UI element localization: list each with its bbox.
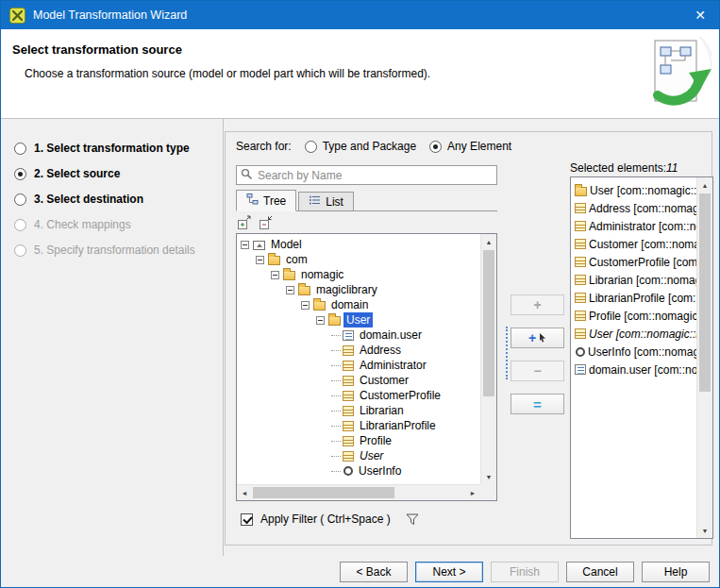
expand-all-icon[interactable] [237,215,252,233]
folder-icon [313,301,326,311]
tree-item-customer[interactable]: Customer [237,373,480,388]
tree-view-icon [246,193,259,208]
collapse-all-icon[interactable] [259,215,274,233]
selected-elements-label: Selected elements:11 [570,161,678,175]
radio-disabled-icon [14,244,26,257]
radio-icon[interactable] [305,141,317,153]
option-any-element[interactable]: Any Element [429,140,511,153]
tree-twig [331,365,341,366]
apply-filter-checkbox[interactable] [241,513,253,526]
main-panel: Search for: Type and Package Any Element… [225,131,712,546]
diagram-icon [343,330,354,341]
scrollbar-thumb[interactable] [483,250,494,396]
class-icon [575,221,586,231]
selected-item-customer[interactable]: Customer [com::noma [571,235,696,253]
scrollbar-thumb[interactable] [699,193,711,392]
help-button[interactable]: Help [642,562,710,582]
selected-item-user[interactable]: User [com::nomagic::m [571,181,696,199]
step-select-destination[interactable]: 3. Select destination [14,191,223,208]
back-button[interactable]: < Back [340,562,408,582]
tree-item-administrator[interactable]: Administrator [237,358,480,373]
radio-icon[interactable] [14,143,26,155]
interface-icon [343,466,353,476]
selected-item-librarianprofile[interactable]: LibrarianProfile [com::n [571,289,696,307]
tab-tree[interactable]: Tree [236,190,296,211]
tree-item-user[interactable]: User [237,312,480,328]
tree-item-nomagic[interactable]: nomagic [237,267,480,282]
tree-item-userinfo[interactable]: UserInfo [237,463,480,479]
class-icon [343,421,354,431]
collapse-expander-icon[interactable] [286,286,294,294]
scroll-down-icon[interactable]: ▼ [481,469,496,484]
step-check-mappings: 4. Check mappings [14,216,223,233]
funnel-icon[interactable] [406,513,419,526]
collapse-expander-icon[interactable] [301,301,310,310]
remove-button: − [511,361,564,381]
wizard-steps: 1. Select transformation type 2. Select … [1,119,224,556]
class-icon [575,293,586,303]
diagram-icon [575,364,586,375]
class-icon [575,275,586,285]
step-select-source[interactable]: 2. Select source [14,165,223,182]
tree-toolbar [237,215,274,233]
selected-item-librarian[interactable]: Librarian [com::nomagi [571,271,696,289]
collapse-expander-icon[interactable] [256,256,264,264]
tab-list[interactable]: List [298,192,354,210]
scroll-left-icon[interactable]: ◄ [237,485,252,500]
selected-item-administrator[interactable]: Administrator [com::no [571,217,696,235]
tree-item-customerprofile[interactable]: CustomerProfile [237,388,480,403]
tree-item-librarian[interactable]: Librarian [237,403,480,418]
scroll-down-icon[interactable]: ▼ [697,523,712,538]
option-type-and-package[interactable]: Type and Package [305,140,416,153]
add-selected-button[interactable]: + [511,328,564,348]
selected-item-address[interactable]: Address [com::nomag [571,199,696,217]
search-box[interactable] [236,165,497,185]
selected-item-userinfo[interactable]: UserInfo [com::nomagic [571,343,696,361]
radio-selected-icon[interactable] [429,141,442,153]
tree-item-address[interactable]: Address [237,343,480,358]
scroll-up-icon[interactable]: ▲ [481,234,496,249]
collapse-expander-icon[interactable] [316,316,325,325]
selected-item-profile[interactable]: Profile [com::nomagic: [571,307,696,325]
tree-item-domain[interactable]: domain [237,297,480,312]
tree-item-domain-user[interactable]: domain.user [237,328,480,343]
tree-horizontal-scrollbar[interactable]: ◄ ► [237,484,480,500]
selected-item-domain-user[interactable]: domain.user [com::no [571,361,696,378]
model-transformation-wizard-window: Model Transformation Wizard ✕ Select tra… [0,0,720,588]
search-icon [241,168,253,183]
selected-vertical-scrollbar[interactable]: ▲ ▼ [696,177,712,538]
finish-button: Finish [491,562,559,582]
tree-twig [331,441,341,442]
next-button[interactable]: Next > [415,562,483,582]
titlebar[interactable]: Model Transformation Wizard ✕ [1,1,719,29]
class-icon [575,239,586,249]
step-select-transformation-type[interactable]: 1. Select transformation type [14,140,223,157]
cancel-button[interactable]: Cancel [566,562,634,582]
class-icon [575,328,586,339]
scroll-right-icon[interactable]: ► [465,485,480,500]
tree-item-model[interactable]: Model [237,237,480,252]
tree-item-profile[interactable]: Profile [237,433,480,448]
page-subtitle: Choose a transformation source (model or… [25,67,430,80]
collapse-expander-icon[interactable] [271,271,279,279]
selected-elements-items: User [com::nomagic::m Address [com::noma… [571,177,696,538]
remove-all-button[interactable]: = [511,394,564,414]
tree-item-user-abstract[interactable]: User [237,448,480,463]
class-icon [575,203,586,213]
selected-count: 11 [666,161,678,175]
radio-selected-icon[interactable] [14,168,26,180]
collapse-expander-icon[interactable] [241,241,249,249]
radio-icon[interactable] [14,193,26,206]
scrollbar-thumb[interactable] [253,487,394,498]
tree-vertical-scrollbar[interactable]: ▲ ▼ [480,234,496,484]
tree-twig [331,335,341,336]
tree-item-librarianprofile[interactable]: LibrarianProfile [237,418,480,433]
scroll-up-icon[interactable]: ▲ [697,177,712,193]
search-for-label: Search for: [236,140,292,153]
tree-item-magiclibrary[interactable]: magiclibrary [237,282,480,297]
selected-item-user-abstract[interactable]: User [com::nomagic::n [571,325,696,343]
selected-item-customerprofile[interactable]: CustomerProfile [com:: [571,253,696,271]
tree-item-com[interactable]: com [237,252,480,267]
search-input[interactable] [256,168,496,183]
close-icon[interactable]: ✕ [681,1,719,29]
